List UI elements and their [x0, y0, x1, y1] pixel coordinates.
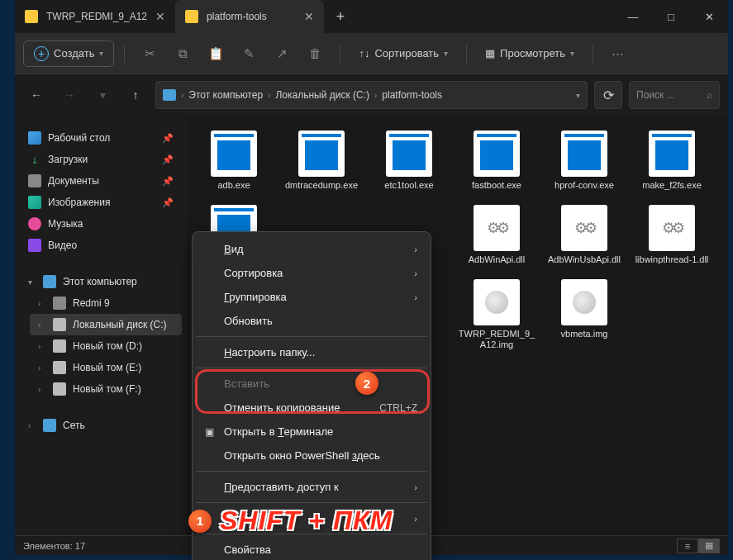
crumb[interactable]: Локальный диск (C:): [275, 89, 369, 101]
drive-icon: [53, 297, 66, 310]
file-item[interactable]: TWRP_REDMI_9_A12.img: [455, 274, 539, 357]
crumb[interactable]: platform-tools: [382, 89, 442, 101]
minimize-button[interactable]: ―: [614, 0, 652, 33]
ctx-open-terminal[interactable]: ▣Открыть в Терминале: [193, 420, 431, 444]
sidebar-item[interactable]: Музыка: [20, 213, 182, 235]
sidebar-item[interactable]: Рабочий стол📌: [20, 127, 182, 149]
file-name: vbmeta.img: [561, 329, 608, 340]
sidebar-icon: [28, 131, 41, 145]
tab-label: TWRP_REDMI_9_A12: [46, 11, 147, 22]
folder-icon: [25, 10, 38, 23]
up-button[interactable]: ↑: [122, 82, 149, 108]
file-item[interactable]: libwinpthread-1.dll: [630, 200, 714, 271]
folder-icon: [185, 10, 198, 23]
file-item[interactable]: fastboot.exe: [455, 126, 539, 197]
sidebar-this-pc[interactable]: ▾ Этот компьютер: [20, 271, 182, 292]
sidebar-label: Изображения: [48, 197, 110, 208]
copy-icon[interactable]: ⧉: [168, 40, 198, 67]
sidebar-item[interactable]: Изображения📌: [20, 192, 182, 213]
ctx-view[interactable]: Вид›: [193, 237, 431, 261]
details-view-button[interactable]: ≡: [677, 539, 698, 553]
tab-platform-tools[interactable]: platform-tools ✕: [175, 0, 324, 33]
ctx-group[interactable]: Группировка›: [193, 285, 431, 309]
file-name: AdbWinApi.dll: [469, 254, 525, 266]
ctx-give-access[interactable]: Предоставить доступ к›: [193, 475, 431, 499]
file-icon: [211, 131, 257, 177]
sidebar-icon: [28, 217, 41, 230]
sidebar-drive[interactable]: ›Redmi 9: [30, 292, 182, 314]
sidebar-label: Redmi 9: [73, 297, 110, 309]
file-icon: [561, 205, 607, 251]
sidebar-drive[interactable]: ›Новый том (E:): [30, 357, 182, 378]
sort-button[interactable]: ↑↓ Сортировать ▾: [350, 47, 456, 59]
crumb[interactable]: Этот компьютер: [188, 89, 263, 101]
sidebar-item[interactable]: Документы📌: [20, 170, 182, 192]
ctx-customize[interactable]: Настроить папку...: [193, 340, 431, 364]
paste-icon[interactable]: 📋: [201, 40, 231, 67]
ctx-create[interactable]: Создать›: [193, 506, 431, 530]
close-icon[interactable]: ✕: [304, 10, 314, 23]
refresh-button[interactable]: ⟳: [594, 81, 622, 109]
network-icon: [43, 419, 56, 432]
drive-icon: [53, 318, 66, 331]
chevron-right-icon: ›: [268, 91, 270, 100]
sidebar-label: Загрузки: [48, 154, 88, 165]
recent-button[interactable]: ▾: [89, 82, 116, 108]
sidebar-drive[interactable]: ›Новый том (F:): [30, 378, 182, 400]
ctx-open-powershell[interactable]: Открыть окно PowerShell здесь: [193, 444, 431, 467]
separator: [196, 368, 427, 368]
drive-icon: [53, 382, 66, 396]
tab-twrp[interactable]: TWRP_REDMI_9_A12 ✕: [15, 0, 175, 33]
rename-icon[interactable]: ✎: [234, 40, 264, 67]
sidebar-drive[interactable]: ›Локальный диск (C:): [30, 314, 182, 335]
chevron-down-icon[interactable]: ▾: [576, 91, 580, 100]
search-input[interactable]: Поиск ... ⌕: [629, 81, 720, 109]
sidebar-item[interactable]: ↓Загрузки📌: [20, 149, 182, 170]
sidebar-network[interactable]: › Сеть: [20, 415, 182, 436]
more-icon[interactable]: ⋯: [603, 40, 633, 67]
chevron-right-icon: ›: [38, 385, 46, 394]
sidebar-item[interactable]: Видео: [20, 235, 182, 256]
pin-icon: 📌: [162, 176, 174, 187]
icons-view-button[interactable]: ▦: [698, 539, 720, 553]
maximize-button[interactable]: □: [652, 0, 690, 33]
forward-button[interactable]: →: [56, 82, 83, 108]
file-item[interactable]: adb.exe: [192, 126, 276, 197]
nav-bar: ← → ▾ ↑ › Этот компьютер › Локальный дис…: [15, 74, 728, 116]
sidebar-label: Рабочий стол: [48, 132, 110, 144]
close-window-button[interactable]: ✕: [690, 0, 728, 33]
create-button[interactable]: + Создать ▾: [23, 40, 114, 67]
ctx-undo-copy[interactable]: Отменить копированиеCTRL+Z: [193, 396, 431, 420]
chevron-right-icon: ›: [181, 91, 183, 100]
close-icon[interactable]: ✕: [155, 10, 165, 23]
sidebar-icon: [28, 239, 41, 252]
chevron-right-icon: ›: [28, 421, 36, 430]
back-button[interactable]: ←: [23, 82, 50, 108]
address-bar[interactable]: › Этот компьютер › Локальный диск (C:) ›…: [155, 81, 588, 109]
sidebar-label: Новый том (E:): [73, 362, 141, 373]
file-item[interactable]: AdbWinUsbApi.dll: [542, 200, 626, 271]
ctx-properties[interactable]: Свойства: [193, 538, 431, 560]
sidebar-label: Локальный диск (C:): [73, 319, 167, 330]
pin-icon: 📌: [162, 133, 174, 144]
share-icon[interactable]: ↗: [267, 40, 297, 67]
view-label: Просмотреть: [500, 47, 565, 59]
ctx-sort[interactable]: Сортировка›: [193, 261, 431, 285]
file-item[interactable]: hprof-conv.exe: [542, 126, 626, 197]
file-item[interactable]: dmtracedump.exe: [279, 126, 364, 197]
sort-icon: ↑↓: [359, 47, 369, 59]
view-button[interactable]: ▦ Просмотреть ▾: [477, 47, 583, 59]
file-item[interactable]: etc1tool.exe: [367, 126, 451, 197]
sidebar-label: Новый том (D:): [73, 340, 142, 352]
sidebar-drive[interactable]: ›Новый том (D:): [30, 335, 182, 357]
file-item[interactable]: AdbWinApi.dll: [455, 200, 539, 271]
file-item[interactable]: make_f2fs.exe: [630, 126, 714, 197]
pin-icon: 📌: [162, 197, 174, 208]
cut-icon[interactable]: ✂: [135, 40, 164, 67]
new-tab-button[interactable]: +: [324, 0, 357, 33]
pin-icon: 📌: [162, 154, 174, 165]
chevron-right-icon: ›: [38, 363, 46, 373]
file-item[interactable]: vbmeta.img: [542, 274, 626, 357]
ctx-refresh[interactable]: Обновить: [193, 309, 431, 333]
delete-icon[interactable]: 🗑: [300, 40, 330, 67]
